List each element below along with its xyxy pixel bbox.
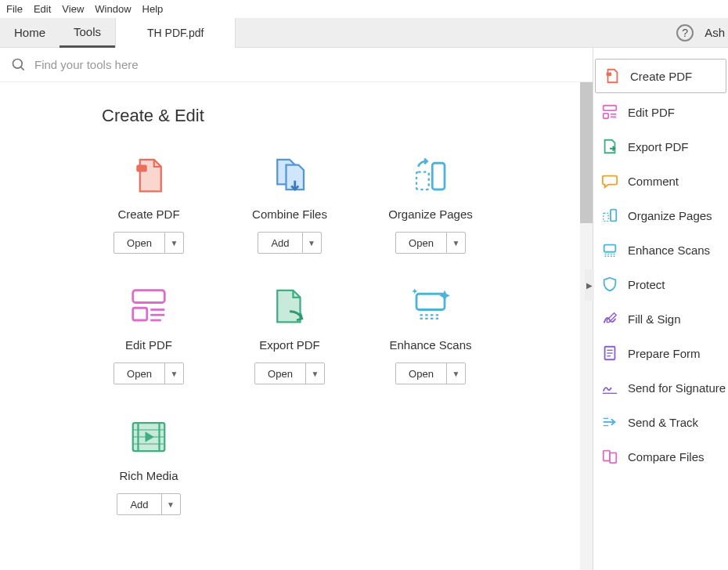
open-button[interactable]: Open xyxy=(114,363,164,384)
open-button[interactable]: Open xyxy=(255,363,305,384)
search-input[interactable] xyxy=(34,58,269,71)
tool-enhance-scans[interactable]: Enhance Scans Open ▼ xyxy=(360,285,501,384)
svg-rect-17 xyxy=(607,72,611,76)
sidebar-item-compare-files[interactable]: Compare Files xyxy=(593,439,728,474)
svg-rect-18 xyxy=(604,106,617,110)
prepare-form-icon xyxy=(601,345,618,362)
tab-document[interactable]: TH PDF.pdf xyxy=(115,18,236,48)
svg-point-0 xyxy=(13,59,23,68)
tool-label: Enhance Scans xyxy=(389,338,471,352)
sidebar-item-label: Fill & Sign xyxy=(628,312,681,326)
edit-pdf-icon xyxy=(601,103,618,121)
svg-rect-36 xyxy=(610,453,616,463)
sidebar-item-label: Send for Signature xyxy=(628,381,726,395)
combine-files-icon xyxy=(268,154,311,197)
comment-icon xyxy=(601,172,618,189)
user-name[interactable]: Ash xyxy=(705,26,725,39)
enhance-scans-icon xyxy=(409,285,452,327)
dropdown-icon[interactable]: ▼ xyxy=(305,363,324,384)
open-button[interactable]: Open xyxy=(396,233,446,253)
tool-export-pdf[interactable]: Export PDF Open ▼ xyxy=(219,285,360,384)
sidebar-item-send-track[interactable]: Send & Track xyxy=(593,405,728,439)
tool-create-pdf[interactable]: Create PDF Open ▼ xyxy=(78,154,219,254)
menu-help[interactable]: Help xyxy=(142,3,164,15)
add-button[interactable]: Add xyxy=(117,494,160,514)
dropdown-icon[interactable]: ▼ xyxy=(164,233,183,253)
open-button[interactable]: Open xyxy=(114,233,164,253)
sidebar-item-label: Protect xyxy=(628,278,665,291)
send-track-icon xyxy=(601,413,618,431)
dropdown-icon[interactable]: ▼ xyxy=(161,494,180,514)
tool-edit-pdf[interactable]: Edit PDF Open ▼ xyxy=(78,285,219,384)
sidebar-item-label: Organize Pages xyxy=(628,209,712,222)
shield-icon xyxy=(601,276,618,293)
dropdown-icon[interactable]: ▼ xyxy=(302,233,321,253)
tab-home[interactable]: Home xyxy=(0,18,59,48)
tool-label: Rich Media xyxy=(119,469,178,482)
tool-label: Organize Pages xyxy=(388,207,473,221)
tool-combine-files[interactable]: Combine Files Add ▼ xyxy=(219,154,360,254)
svg-rect-23 xyxy=(604,213,608,221)
send-signature-icon xyxy=(601,379,618,396)
sidebar-item-fill-sign[interactable]: Fill & Sign xyxy=(593,301,728,336)
tool-organize-pages[interactable]: Organize Pages Open ▼ xyxy=(360,154,501,254)
tool-rich-media[interactable]: Rich Media Add ▼ xyxy=(78,416,219,515)
sidebar-item-label: Prepare Form xyxy=(628,347,701,360)
sidebar-item-label: Send & Track xyxy=(628,416,698,429)
create-pdf-icon xyxy=(604,67,621,85)
sidebar-item-label: Enhance Scans xyxy=(628,244,710,257)
search-bar xyxy=(0,48,593,82)
export-pdf-icon xyxy=(268,285,311,327)
sidebar-item-prepare-form[interactable]: Prepare Form xyxy=(593,336,728,370)
sidebar-item-protect[interactable]: Protect xyxy=(593,267,728,301)
tab-tools[interactable]: Tools xyxy=(59,18,115,48)
export-pdf-icon xyxy=(601,138,618,155)
rich-media-icon xyxy=(128,416,170,458)
section-title: Create & Edit xyxy=(102,106,593,126)
dropdown-icon[interactable]: ▼ xyxy=(446,233,465,253)
svg-rect-3 xyxy=(432,163,445,189)
menu-file[interactable]: File xyxy=(6,3,23,15)
sidebar-item-enhance-scans[interactable]: Enhance Scans xyxy=(593,233,728,267)
tools-area: Create & Edit Create PDF Open ▼ Combine … xyxy=(0,82,593,570)
sidebar-item-label: Create PDF xyxy=(630,70,692,83)
edit-pdf-icon xyxy=(128,285,170,327)
dropdown-icon[interactable]: ▼ xyxy=(446,363,465,384)
collapse-handle[interactable]: ▶ xyxy=(585,269,594,301)
sidebar-item-organize-pages[interactable]: Organize Pages xyxy=(593,198,728,233)
sidebar-item-label: Edit PDF xyxy=(628,106,675,119)
add-button[interactable]: Add xyxy=(258,233,301,253)
tool-action: Open ▼ xyxy=(114,363,184,384)
tool-action: Open ▼ xyxy=(395,232,466,254)
tool-label: Edit PDF xyxy=(125,338,172,352)
compare-files-icon xyxy=(601,448,618,465)
organize-pages-icon xyxy=(601,207,618,224)
tool-action: Add ▼ xyxy=(258,232,321,254)
svg-rect-19 xyxy=(604,114,608,118)
sidebar-item-edit-pdf[interactable]: Edit PDF xyxy=(593,95,728,129)
scrollbar-thumb[interactable] xyxy=(580,82,593,223)
menu-edit[interactable]: Edit xyxy=(34,3,51,15)
help-icon[interactable]: ? xyxy=(676,24,694,41)
sidebar-item-export-pdf[interactable]: Export PDF xyxy=(593,129,728,164)
svg-rect-4 xyxy=(416,172,429,190)
sidebar-item-create-pdf[interactable]: Create PDF xyxy=(595,59,726,93)
menu-bar: File Edit View Window Help xyxy=(0,0,728,18)
sidebar-item-send-signature[interactable]: Send for Signature xyxy=(593,370,728,405)
svg-rect-35 xyxy=(604,451,610,461)
open-button[interactable]: Open xyxy=(396,363,446,384)
dropdown-icon[interactable]: ▼ xyxy=(164,363,183,384)
tool-label: Create PDF xyxy=(117,207,179,221)
svg-rect-5 xyxy=(133,290,165,303)
tab-bar: Home Tools TH PDF.pdf ? Ash xyxy=(0,18,728,48)
menu-window[interactable]: Window xyxy=(95,3,131,15)
tool-action: Add ▼ xyxy=(117,493,180,515)
sidebar-item-label: Comment xyxy=(628,175,679,188)
main-panel: Create & Edit Create PDF Open ▼ Combine … xyxy=(0,48,593,570)
sidebar-item-comment[interactable]: Comment xyxy=(593,164,728,198)
svg-line-1 xyxy=(21,67,24,70)
right-sidebar: Create PDF Edit PDF Export PDF Comment O… xyxy=(593,48,728,570)
tool-label: Combine Files xyxy=(252,207,327,221)
search-icon xyxy=(11,57,27,73)
menu-view[interactable]: View xyxy=(62,3,84,15)
